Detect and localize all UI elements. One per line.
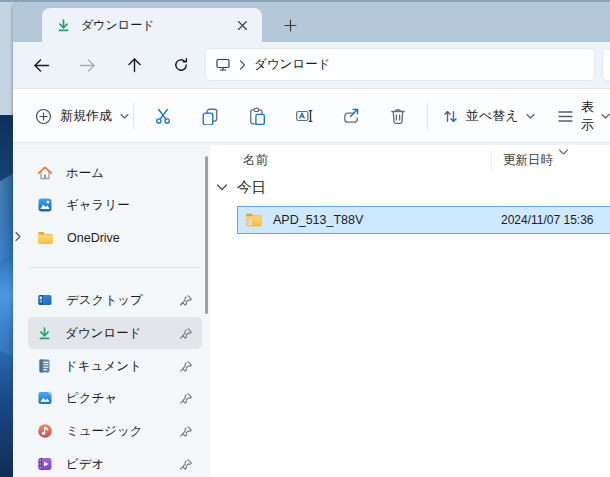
sidebar-item-videos[interactable]: ビデオ bbox=[28, 448, 202, 477]
sidebar-item-label: デスクトップ bbox=[66, 292, 143, 309]
sidebar-item-label: ギャラリー bbox=[66, 197, 130, 214]
gallery-icon bbox=[37, 197, 53, 213]
forward-button[interactable] bbox=[71, 49, 103, 81]
refresh-button[interactable] bbox=[165, 49, 197, 81]
sidebar-item-label: OneDrive bbox=[67, 231, 120, 245]
chevron-down-icon bbox=[526, 113, 535, 120]
sidebar-item-label: ミュージック bbox=[66, 423, 142, 440]
sidebar-item-label: ホーム bbox=[66, 165, 104, 182]
sidebar-divider bbox=[28, 267, 200, 268]
new-tab-button[interactable] bbox=[276, 12, 304, 38]
command-bar: 新規作成 bbox=[13, 88, 610, 143]
view-button-label: 表示 bbox=[581, 98, 594, 134]
toolbar-divider bbox=[427, 102, 428, 130]
sidebar-item-home[interactable]: ホーム bbox=[28, 157, 202, 189]
breadcrumb-item-downloads[interactable]: ダウンロード bbox=[254, 56, 330, 73]
chevron-down-icon bbox=[120, 113, 129, 120]
sidebar-scrollbar[interactable] bbox=[205, 156, 208, 314]
new-button[interactable]: 新規作成 bbox=[27, 100, 137, 132]
back-button[interactable] bbox=[25, 49, 57, 81]
videos-icon bbox=[37, 456, 53, 472]
pin-icon bbox=[180, 360, 193, 373]
this-pc-icon bbox=[215, 57, 231, 72]
folder-icon bbox=[37, 231, 54, 245]
sidebar-item-label: ビデオ bbox=[66, 456, 104, 473]
onedrive-expand-chevron-icon[interactable] bbox=[14, 229, 26, 243]
address-row: ダウンロード bbox=[13, 42, 610, 88]
column-header-date-modified[interactable]: 更新日時 bbox=[503, 152, 553, 169]
tab-bar: ダウンロード bbox=[13, 2, 610, 42]
pin-icon bbox=[180, 392, 193, 405]
rename-button[interactable] bbox=[286, 100, 322, 132]
pin-icon bbox=[180, 458, 193, 471]
desktop-background-strip bbox=[0, 2, 13, 477]
toolbar-divider bbox=[133, 102, 134, 130]
navigation-pane: ホーム ギャラリー OneDrive bbox=[13, 145, 210, 477]
delete-icon bbox=[389, 107, 407, 125]
music-icon bbox=[37, 423, 53, 439]
windows-wallpaper bbox=[0, 115, 13, 477]
view-icon bbox=[557, 109, 574, 124]
pin-icon bbox=[180, 425, 193, 438]
download-icon bbox=[37, 326, 52, 341]
pin-icon bbox=[180, 327, 193, 340]
screen-top-edge bbox=[0, 0, 610, 2]
tab-label: ダウンロード bbox=[81, 17, 230, 34]
sidebar-item-label: ダウンロード bbox=[65, 325, 141, 342]
file-name: APD_513_T88V bbox=[273, 213, 363, 227]
chevron-down-icon bbox=[601, 113, 610, 120]
share-button[interactable] bbox=[333, 100, 369, 132]
sidebar-item-music[interactable]: ミュージック bbox=[28, 415, 202, 447]
content-area: ホーム ギャラリー OneDrive bbox=[13, 145, 610, 477]
rename-icon bbox=[295, 107, 313, 125]
sort-descending-chevron-icon bbox=[558, 142, 569, 160]
home-icon bbox=[37, 165, 53, 181]
file-explorer-window: ダウンロード ダウンロード bbox=[13, 2, 610, 477]
copy-icon bbox=[201, 107, 219, 125]
sidebar-item-downloads[interactable]: ダウンロード bbox=[28, 317, 202, 349]
view-button[interactable]: 表示 bbox=[551, 100, 610, 132]
file-row-selected[interactable]: APD_513_T88V 2024/11/07 15:36 bbox=[237, 206, 610, 234]
sidebar-item-documents[interactable]: ドキュメント bbox=[28, 350, 202, 382]
desktop-strip-top bbox=[0, 2, 13, 115]
paste-icon bbox=[248, 107, 266, 125]
sidebar-item-gallery[interactable]: ギャラリー bbox=[28, 189, 202, 221]
sidebar-item-label: ピクチャ bbox=[66, 390, 117, 407]
pictures-icon bbox=[37, 390, 53, 406]
file-list-pane: 名前 更新日時 今日 APD_513_T88V 2024/11/07 15:36 bbox=[210, 145, 610, 477]
sidebar-item-pictures[interactable]: ピクチャ bbox=[28, 382, 202, 414]
cut-icon bbox=[154, 107, 172, 125]
sidebar-item-desktop[interactable]: デスクトップ bbox=[28, 284, 202, 316]
sidebar-item-label: ドキュメント bbox=[65, 358, 142, 375]
new-button-label: 新規作成 bbox=[60, 107, 112, 125]
file-date-modified: 2024/11/07 15:36 bbox=[501, 213, 594, 227]
column-separator[interactable] bbox=[491, 151, 492, 171]
pin-icon bbox=[180, 294, 193, 307]
delete-button[interactable] bbox=[380, 100, 416, 132]
cut-button[interactable] bbox=[145, 100, 181, 132]
column-header-name[interactable]: 名前 bbox=[243, 152, 268, 169]
copy-button[interactable] bbox=[192, 100, 228, 132]
desktop-icon bbox=[37, 292, 53, 308]
breadcrumb-chevron-icon bbox=[239, 60, 246, 70]
zip-folder-icon bbox=[245, 212, 264, 228]
share-icon bbox=[342, 107, 360, 125]
group-header-today[interactable]: 今日 bbox=[216, 178, 266, 197]
up-button[interactable] bbox=[118, 49, 150, 81]
sort-button[interactable]: 並べ替え bbox=[436, 100, 541, 132]
download-icon bbox=[56, 18, 71, 33]
sort-button-label: 並べ替え bbox=[466, 107, 519, 125]
tab-downloads[interactable]: ダウンロード bbox=[42, 8, 262, 42]
paste-button[interactable] bbox=[239, 100, 275, 132]
search-box[interactable] bbox=[602, 48, 610, 81]
group-label: 今日 bbox=[237, 178, 266, 197]
sidebar-item-onedrive[interactable]: OneDrive bbox=[28, 222, 202, 254]
sort-icon bbox=[442, 108, 459, 125]
documents-icon bbox=[37, 358, 52, 374]
plus-circle-icon bbox=[35, 108, 52, 125]
tab-close-button[interactable] bbox=[230, 13, 254, 37]
address-bar[interactable]: ダウンロード bbox=[205, 48, 595, 81]
group-collapse-chevron-icon[interactable] bbox=[216, 183, 228, 192]
